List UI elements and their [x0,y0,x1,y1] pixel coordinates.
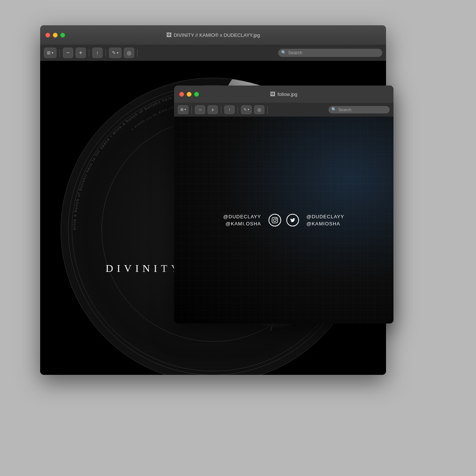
window-follow: 🖼 follow.jpg ⊞ ▾ − + ↑ ✎ ▾ ◎ 🔍 [174,86,393,324]
minimize-button-follow[interactable] [187,92,192,97]
instagram-handle-right: @DUDECLAYY [306,214,344,219]
search-icon-follow: 🔍 [331,107,337,112]
maximize-button-follow[interactable] [194,92,199,97]
social-handles-left: @DUDECLAYY @KAMI.OSHA [223,214,261,226]
maximize-button-divinity[interactable] [60,33,65,38]
traffic-lights-divinity [45,33,65,38]
sidebar-toggle-btn-follow[interactable]: ⊞ ▾ [178,105,189,114]
instagram-handle-left: @DUDECLAYY [223,214,261,219]
zoom-in-btn-follow[interactable]: + [208,105,218,114]
edit-btn[interactable]: ✎ ▾ [109,48,122,58]
toolbar-separator-4 [137,49,138,57]
twitter-svg [290,218,296,223]
titlebar-divinity: 🖼 DIVINITY // KAMIO® x DUDECLAYY.jpg [40,25,386,45]
social-handles-right: @DUDECLAYY @KAMIOSHA [306,214,344,226]
file-icon-follow: 🖼 [270,91,275,97]
toolbar-separator-1 [60,49,60,57]
svg-rect-4 [272,218,278,223]
toolbar-divinity: ⊞ ▾ − + ↑ ✎ ▾ ◎ 🔍 Search [40,45,386,61]
instagram-icon [268,214,281,226]
share-btn[interactable]: ↑ [92,48,103,58]
toolbar-sep-f4 [267,106,268,113]
edit-btn-follow[interactable]: ✎ ▾ [241,105,252,114]
desktop: 🖼 DIVINITY // KAMIO® x DUDECLAYY.jpg ⊞ ▾… [0,0,476,476]
traffic-lights-follow [179,92,199,97]
instagram-svg [271,217,278,223]
twitter-handle-right: @KAMIOSHA [306,221,344,226]
search-bar-divinity[interactable]: 🔍 Search [278,49,382,57]
markup-btn-follow[interactable]: ◎ [254,105,264,114]
svg-point-5 [273,219,276,222]
minimize-button-divinity[interactable] [53,33,58,38]
search-icon-divinity: 🔍 [281,50,286,55]
follow-content: @DUDECLAYY @KAMI.OSHA [174,117,393,324]
social-icons [268,214,299,226]
twitter-handle-left: @KAMI.OSHA [223,221,261,226]
zoom-in-btn[interactable]: + [75,48,86,58]
twitter-icon [286,214,299,226]
toolbar-follow: ⊞ ▾ − + ↑ ✎ ▾ ◎ 🔍 Search [174,103,393,117]
markup-btn[interactable]: ◎ [124,48,134,58]
sidebar-toggle-btn[interactable]: ⊞ ▾ [44,48,57,58]
toolbar-separator-3 [106,49,106,57]
search-placeholder-divinity: Search [288,50,302,55]
share-btn-follow[interactable]: ↑ [224,105,235,114]
toolbar-sep-f3 [238,106,238,113]
search-placeholder-follow: Search [338,107,351,112]
close-button-divinity[interactable] [45,33,50,38]
window-title-follow: 🖼 follow.jpg [270,91,297,97]
svg-point-6 [276,218,277,219]
search-bar-follow[interactable]: 🔍 Search [328,106,390,113]
zoom-out-btn[interactable]: − [63,48,73,58]
toolbar-sep-f1 [192,106,192,113]
toolbar-sep-f2 [221,106,221,113]
titlebar-follow: 🖼 follow.jpg [174,86,393,103]
toolbar-separator-2 [89,49,89,57]
close-button-follow[interactable] [179,92,184,97]
social-row: @DUDECLAYY @KAMI.OSHA [223,214,344,226]
window-title-divinity: 🖼 DIVINITY // KAMIO® x DUDECLAYY.jpg [166,32,260,38]
zoom-out-btn-follow[interactable]: − [195,105,205,114]
file-icon-divinity: 🖼 [166,32,171,38]
